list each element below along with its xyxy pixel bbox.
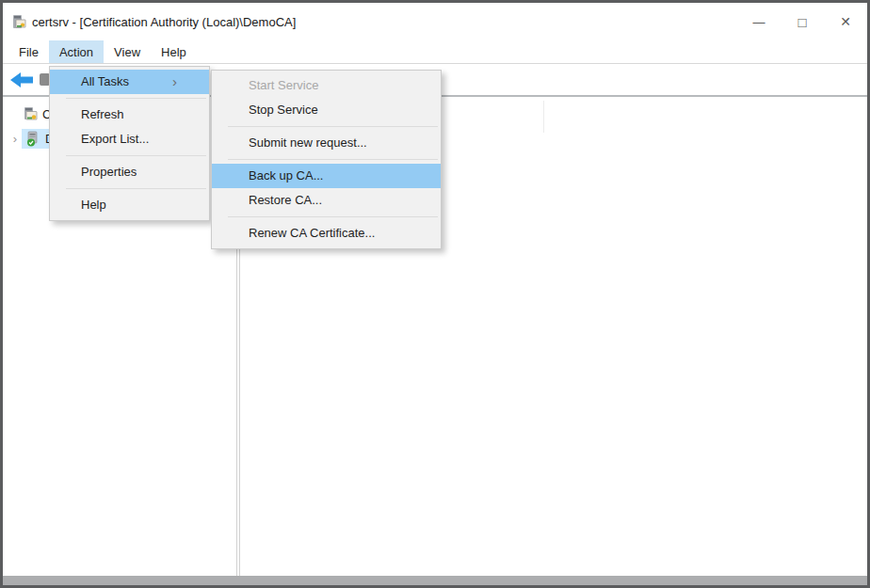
menu-item-label: Properties [81, 165, 137, 179]
menu-item-properties[interactable]: Properties [50, 160, 209, 184]
menu-separator [66, 155, 206, 156]
menu-separator [228, 159, 438, 160]
menu-separator [228, 126, 438, 127]
title-bar: certsrv - [Certification Authority (Loca… [3, 3, 867, 40]
menubar-item-view[interactable]: View [104, 40, 151, 63]
certification-authority-icon [21, 106, 38, 122]
certsrv-app-icon [10, 14, 26, 30]
menu-item-label: All Tasks [81, 74, 129, 88]
window-controls: — □ ✕ [737, 3, 867, 40]
menu-item-start-service: Start Service [212, 73, 441, 98]
menu-item-renew-ca-certificate[interactable]: Renew CA Certificate... [212, 221, 441, 246]
menubar-item-file[interactable]: File [8, 40, 49, 63]
ca-server-icon [24, 131, 40, 147]
menu-bar: FileActionViewHelp [3, 40, 867, 63]
menu-item-label: Export List... [81, 132, 149, 146]
menubar-item-action[interactable]: Action [49, 40, 104, 63]
menu-item-label: Submit new request... [249, 135, 367, 150]
chevron-right-icon[interactable]: › [8, 132, 22, 146]
menu-item-submit-new-request[interactable]: Submit new request... [212, 131, 441, 155]
menu-item-back-up-ca[interactable]: Back up CA... [212, 164, 441, 188]
menu-separator [66, 98, 206, 99]
column-divider [543, 101, 544, 133]
menu-item-refresh[interactable]: Refresh [50, 103, 209, 127]
window-bottom-band [3, 576, 867, 585]
menu-item-label: Help [81, 198, 106, 212]
submenu-arrow-icon: › [172, 70, 177, 94]
menu-item-label: Stop Service [249, 103, 318, 117]
menu-separator [228, 216, 438, 217]
menu-item-export-list[interactable]: Export List... [50, 127, 209, 151]
maximize-button[interactable]: □ [781, 3, 824, 40]
menu-item-label: Renew CA Certificate... [249, 226, 375, 240]
back-arrow-icon[interactable] [10, 72, 33, 88]
window-title: certsrv - [Certification Authority (Loca… [32, 15, 296, 29]
menubar-item-help[interactable]: Help [151, 40, 197, 63]
menu-item-help[interactable]: Help [50, 193, 209, 217]
close-button[interactable]: ✕ [824, 3, 867, 40]
menu-item-label: Refresh [81, 107, 124, 121]
menu-item-restore-ca[interactable]: Restore CA... [212, 188, 441, 213]
action-menu: All Tasks›RefreshExport List...Propertie… [49, 66, 210, 221]
menu-separator [66, 188, 206, 189]
menu-item-label: Restore CA... [249, 193, 322, 207]
menu-item-stop-service[interactable]: Stop Service [212, 98, 441, 122]
menu-item-label: Start Service [249, 78, 318, 92]
menu-item-label: Back up CA... [249, 168, 323, 183]
minimize-button[interactable]: — [737, 3, 781, 40]
all-tasks-submenu: Start ServiceStop ServiceSubmit new requ… [211, 70, 442, 249]
menu-item-all-tasks[interactable]: All Tasks› [50, 70, 209, 94]
